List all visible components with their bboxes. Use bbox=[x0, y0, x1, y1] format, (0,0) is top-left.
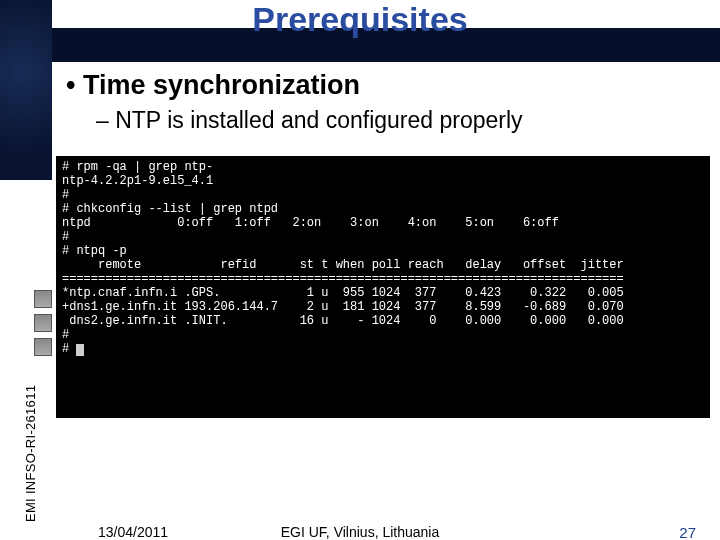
terminal-line: # ntpq -p bbox=[62, 244, 127, 258]
content-area: Time synchronization NTP is installed an… bbox=[66, 70, 696, 134]
cursor-icon bbox=[76, 344, 84, 356]
partner-logos bbox=[34, 290, 52, 356]
terminal-line: # chkconfig --list | grep ntpd bbox=[62, 202, 278, 216]
logo-icon bbox=[34, 290, 52, 308]
bullet-sub: NTP is installed and configured properly bbox=[96, 107, 696, 134]
terminal-line: # bbox=[62, 328, 69, 342]
terminal-line: ========================================… bbox=[62, 272, 624, 286]
footer-center: EGI UF, Vilnius, Lithuania bbox=[0, 524, 720, 540]
terminal-output: # rpm -qa | grep ntp- ntp-4.2.2p1-9.el5_… bbox=[56, 156, 710, 418]
terminal-line: # bbox=[62, 188, 69, 202]
terminal-line: ntp-4.2.2p1-9.el5_4.1 bbox=[62, 174, 213, 188]
terminal-line: *ntp.cnaf.infn.i .GPS. 1 u 955 1024 377 … bbox=[62, 286, 624, 300]
slide: Prerequisites Time synchronization NTP i… bbox=[0, 0, 720, 540]
terminal-line: # rpm -qa | grep ntp- bbox=[62, 160, 213, 174]
terminal-line: remote refid st t when poll reach delay … bbox=[62, 258, 624, 272]
logo-icon bbox=[34, 314, 52, 332]
footer-page: 27 bbox=[679, 524, 696, 540]
logo-icon bbox=[34, 338, 52, 356]
side-label: EMI INFSO-RI-261611 bbox=[23, 385, 38, 522]
terminal-line: ntpd 0:off 1:off 2:on 3:on 4:on 5:on 6:o… bbox=[62, 216, 559, 230]
terminal-line: +dns1.ge.infn.it 193.206.144.7 2 u 181 1… bbox=[62, 300, 624, 314]
terminal-line: # bbox=[62, 342, 76, 356]
terminal-line: dns2.ge.infn.it .INIT. 16 u - 1024 0 0.0… bbox=[62, 314, 624, 328]
bullet-main: Time synchronization bbox=[66, 70, 696, 101]
terminal-line: # bbox=[62, 230, 69, 244]
slide-title: Prerequisites bbox=[0, 0, 720, 39]
